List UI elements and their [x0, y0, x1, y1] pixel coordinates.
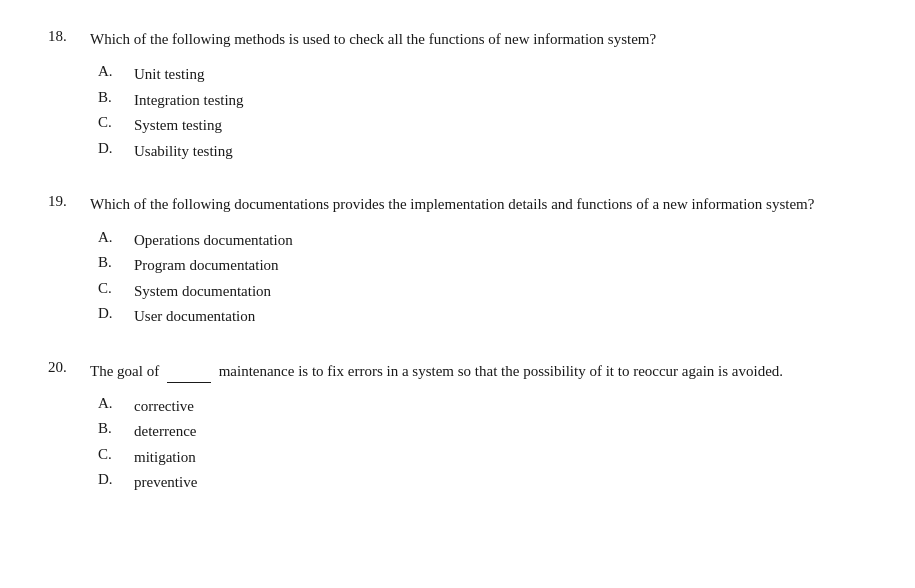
option-18-b: B. Integration testing: [98, 89, 867, 112]
option-18-c: C. System testing: [98, 114, 867, 137]
option-19-a: A. Operations documentation: [98, 229, 867, 252]
option-18-a: A. Unit testing: [98, 63, 867, 86]
option-18-d: D. Usability testing: [98, 140, 867, 163]
option-text-19-c: System documentation: [134, 280, 271, 303]
question-19: 19. Which of the following documentation…: [48, 193, 867, 330]
option-letter-20-d: D.: [98, 471, 134, 494]
option-letter-19-c: C.: [98, 280, 134, 303]
question-number-19: 19.: [48, 193, 90, 330]
option-text-18-d: Usability testing: [134, 140, 233, 163]
option-19-b: B. Program documentation: [98, 254, 867, 277]
option-20-b: B. deterrence: [98, 420, 867, 443]
option-letter-19-a: A.: [98, 229, 134, 252]
option-19-c: C. System documentation: [98, 280, 867, 303]
option-letter-19-b: B.: [98, 254, 134, 277]
option-20-d: D. preventive: [98, 471, 867, 494]
options-18: A. Unit testing B. Integration testing C…: [90, 63, 867, 162]
option-text-18-b: Integration testing: [134, 89, 244, 112]
option-text-19-b: Program documentation: [134, 254, 279, 277]
option-text-18-a: Unit testing: [134, 63, 204, 86]
question-content-18: Which of the following methods is used t…: [90, 28, 867, 165]
option-20-c: C. mitigation: [98, 446, 867, 469]
option-text-20-d: preventive: [134, 471, 197, 494]
option-letter-20-b: B.: [98, 420, 134, 443]
question-text-20: The goal of maintenance is to fix errors…: [90, 359, 867, 383]
option-text-19-d: User documentation: [134, 305, 255, 328]
option-text-20-a: corrective: [134, 395, 194, 418]
option-text-20-b: deterrence: [134, 420, 196, 443]
question-number-18: 18.: [48, 28, 90, 165]
option-20-a: A. corrective: [98, 395, 867, 418]
option-19-d: D. User documentation: [98, 305, 867, 328]
option-letter-20-a: A.: [98, 395, 134, 418]
option-letter-18-d: D.: [98, 140, 134, 163]
question-20: 20. The goal of maintenance is to fix er…: [48, 359, 867, 497]
question-text-18: Which of the following methods is used t…: [90, 28, 867, 51]
question-number-20: 20.: [48, 359, 90, 497]
question-18: 18. Which of the following methods is us…: [48, 28, 867, 165]
option-text-19-a: Operations documentation: [134, 229, 293, 252]
option-letter-18-a: A.: [98, 63, 134, 86]
question-text-19: Which of the following documentations pr…: [90, 193, 867, 216]
option-letter-20-c: C.: [98, 446, 134, 469]
option-text-18-c: System testing: [134, 114, 222, 137]
question-content-20: The goal of maintenance is to fix errors…: [90, 359, 867, 497]
options-20: A. corrective B. deterrence C. mitigatio…: [90, 395, 867, 494]
option-text-20-c: mitigation: [134, 446, 196, 469]
options-19: A. Operations documentation B. Program d…: [90, 229, 867, 328]
option-letter-19-d: D.: [98, 305, 134, 328]
option-letter-18-b: B.: [98, 89, 134, 112]
question-content-19: Which of the following documentations pr…: [90, 193, 867, 330]
blank-20: [167, 359, 211, 383]
option-letter-18-c: C.: [98, 114, 134, 137]
